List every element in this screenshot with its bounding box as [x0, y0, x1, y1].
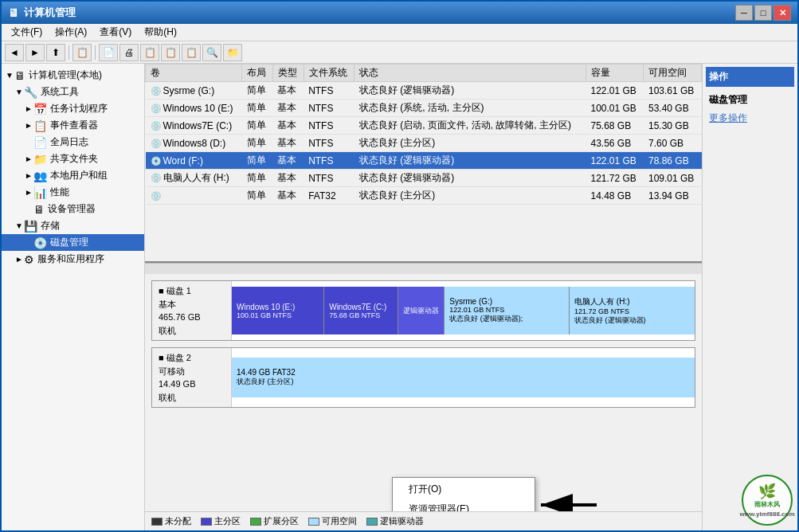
minimize-button[interactable]: ─: [735, 5, 753, 21]
legend-free: 可用空间: [308, 515, 357, 527]
cell-type: 基本: [272, 117, 304, 135]
col-fs[interactable]: 文件系统: [304, 65, 354, 82]
cell-fs: NTFS: [304, 170, 354, 187]
disk-1-status: 联机: [159, 324, 225, 338]
table-row[interactable]: 💿Windows8 (D:) 简单 基本 NTFS 状态良好 (主分区) 43.…: [146, 135, 702, 152]
toolbar-btn-8[interactable]: 🔍: [202, 44, 221, 61]
toolbar-btn-5[interactable]: 📋: [140, 44, 159, 61]
partition-e[interactable]: Windows 10 (E:) 100.01 GB NTFS: [232, 287, 324, 334]
toolbar-btn-9[interactable]: 📁: [223, 44, 242, 61]
legend-primary: 主分区: [201, 515, 241, 527]
sidebar-device-label: 设备管理器: [48, 202, 96, 216]
cell-capacity: 75.68 GB: [586, 117, 644, 135]
toolbar-btn-6[interactable]: 📋: [161, 44, 180, 61]
partition-c[interactable]: Windows7E (C:) 75.68 GB NTFS: [324, 287, 398, 334]
toolbar-btn-4[interactable]: 🖨: [119, 44, 139, 61]
sidebar-device-manager[interactable]: 🖥 设备管理器: [2, 201, 144, 217]
partition-h[interactable]: 电脑人人有 (H:) 121.72 GB NTFS 状态良好 (逻辑驱动器): [570, 287, 695, 334]
right-panel: 操作 磁盘管理 更多操作: [702, 64, 797, 530]
disk-icon: 💿: [151, 173, 162, 182]
cell-capacity: 43.56 GB: [586, 135, 644, 152]
sidebar-services[interactable]: ► ⚙ 服务和应用程序: [2, 251, 144, 268]
partition-g[interactable]: Sysrme (G:) 122.01 GB NTFS 状态良好 (逻辑驱动器);: [445, 287, 570, 334]
ctx-explorer[interactable]: 资源管理器(E): [393, 499, 535, 511]
show-hide-button[interactable]: 📋: [72, 44, 92, 61]
forward-button[interactable]: ►: [25, 44, 45, 61]
device-icon: 🖥: [33, 203, 45, 216]
up-button[interactable]: ⬆: [46, 44, 65, 61]
disk-2-status: 联机: [159, 391, 225, 405]
col-volume[interactable]: 卷: [146, 65, 242, 82]
sidebar-global-log[interactable]: 📄 全局日志: [2, 134, 144, 151]
cell-layout: 简单: [242, 187, 273, 205]
cell-fs: FAT32: [304, 187, 354, 205]
window-title: 计算机管理: [24, 6, 735, 20]
table-row[interactable]: 💿 简单 基本 FAT32 状态良好 (主分区) 14.48 GB 13.94 …: [146, 187, 702, 205]
log-icon: 📄: [33, 136, 47, 149]
window-controls: ─ □ ✕: [735, 5, 791, 21]
main-window: 🖥 计算机管理 ─ □ ✕ 文件(F) 操作(A) 查看(V) 帮助(H) ◄ …: [0, 0, 799, 532]
cell-free: 103.61 GB: [644, 82, 702, 100]
cell-free: 109.01 GB: [644, 170, 702, 187]
partition-d-name: 逻辑驱动器: [403, 306, 439, 316]
legend-color-primary: [201, 518, 212, 526]
expand-icon: ►: [14, 255, 24, 264]
table-row[interactable]: 💿Word (F:) 简单 基本 NTFS 状态良好 (逻辑驱动器) 122.0…: [146, 152, 702, 170]
back-button[interactable]: ◄: [5, 44, 24, 61]
restore-button[interactable]: □: [754, 5, 772, 21]
watermark-url: www.ylmf888.com: [739, 510, 794, 518]
toolbar-btn-3[interactable]: 📄: [99, 44, 118, 61]
table-row[interactable]: 💿Windows7E (C:) 简单 基本 NTFS 状态良好 (启动, 页面文…: [146, 117, 702, 135]
right-panel-more[interactable]: 更多操作: [706, 110, 794, 127]
col-status[interactable]: 状态: [354, 65, 586, 82]
folder-icon: 📁: [33, 153, 47, 166]
sidebar-task-scheduler[interactable]: ► 📅 任务计划程序: [2, 100, 144, 117]
menu-file[interactable]: 文件(F): [5, 24, 49, 41]
menu-help[interactable]: 帮助(H): [138, 24, 183, 41]
partition-d[interactable]: 逻辑驱动器: [398, 287, 445, 334]
sidebar-system-tools-label: 系统工具: [41, 85, 79, 99]
cell-volume: 💿Windows8 (D:): [146, 135, 242, 152]
toolbar-btn-7[interactable]: 📋: [182, 44, 201, 61]
arrow-svg: [537, 485, 601, 511]
partition-h-name: 电脑人人有 (H:): [574, 296, 629, 307]
sidebar-perf-label: 性能: [50, 186, 69, 199]
disk-icon: 💿: [151, 86, 162, 96]
col-layout[interactable]: 布局: [242, 65, 273, 82]
sidebar-disk-management[interactable]: 💿 磁盘管理: [2, 234, 144, 251]
sidebar-local-users[interactable]: ► 👥 本地用户和组: [2, 167, 144, 184]
legend-bar: 未分配 主分区 扩展分区 可用空间 逻辑驱动器: [145, 511, 702, 530]
sidebar-event-viewer[interactable]: ► 📋 事件查看器: [2, 117, 144, 134]
perf-icon: 📊: [33, 186, 47, 199]
cell-type: 基本: [272, 187, 304, 205]
sidebar-storage[interactable]: ▼ 💾 存储: [2, 217, 144, 234]
horizontal-scrollbar[interactable]: [145, 263, 702, 274]
col-free[interactable]: 可用空间: [644, 65, 702, 82]
cell-fs: NTFS: [304, 100, 354, 117]
sidebar-performance[interactable]: ► 📊 性能: [2, 184, 144, 201]
cell-type: 基本: [272, 100, 304, 117]
cell-capacity: 100.01 GB: [586, 100, 644, 117]
menu-view[interactable]: 查看(V): [93, 24, 138, 41]
cell-volume: 💿Sysrme (G:): [146, 82, 242, 100]
cell-status: 状态良好 (系统, 活动, 主分区): [354, 100, 586, 117]
cell-status: 状态良好 (主分区): [354, 187, 586, 205]
disk-2-partitions: 14.49 GB FAT32 状态良好 (主分区): [232, 358, 695, 397]
toolbar: ◄ ► ⬆ 📋 📄 🖨 📋 📋 📋 🔍 📁: [2, 41, 797, 64]
expand-icon: ▼: [5, 71, 14, 80]
col-type[interactable]: 类型: [272, 65, 304, 82]
sidebar-root[interactable]: ▼ 🖥 计算机管理(本地): [2, 67, 144, 84]
sidebar-shared-folders[interactable]: ► 📁 共享文件夹: [2, 151, 144, 167]
close-button[interactable]: ✕: [774, 5, 791, 21]
partition-fat32[interactable]: 14.49 GB FAT32 状态良好 (主分区): [232, 358, 695, 397]
col-capacity[interactable]: 容量: [586, 65, 644, 82]
users-icon: 👥: [33, 170, 47, 182]
table-row[interactable]: 💿电脑人人有 (H:) 简单 基本 NTFS 状态良好 (逻辑驱动器) 121.…: [146, 170, 702, 187]
sidebar-system-tools[interactable]: ▼ 🔧 系统工具: [2, 84, 144, 100]
menu-action[interactable]: 操作(A): [49, 24, 93, 41]
partition-c-detail: 75.68 GB NTFS: [329, 311, 380, 319]
ctx-open[interactable]: 打开(O): [393, 479, 535, 499]
table-row[interactable]: 💿Windows 10 (E:) 简单 基本 NTFS 状态良好 (系统, 活动…: [146, 100, 702, 117]
legend-label-logical: 逻辑驱动器: [380, 515, 424, 527]
table-row[interactable]: 💿Sysrme (G:) 简单 基本 NTFS 状态良好 (逻辑驱动器) 122…: [146, 82, 702, 100]
